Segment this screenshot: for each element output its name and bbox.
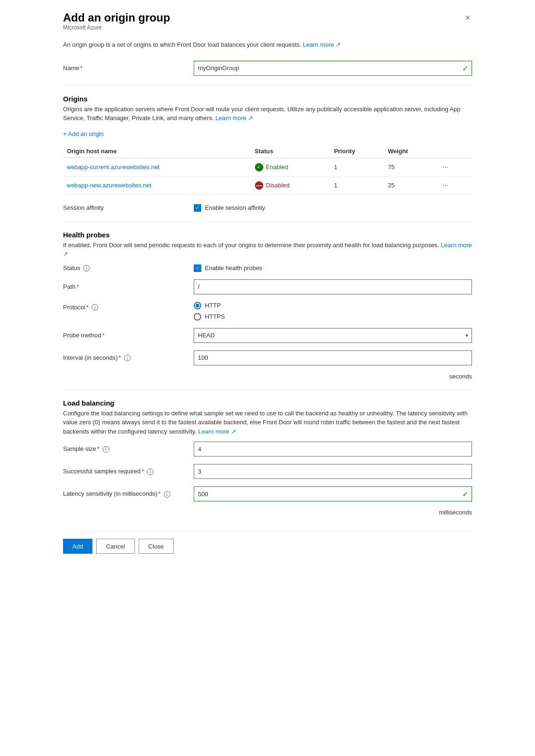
interval-input[interactable]: [194, 350, 472, 365]
origin-ellipsis-button[interactable]: ···: [439, 162, 451, 172]
name-field-row: Name* ✓: [63, 61, 472, 76]
health-probe-status-checkbox-label: Enable health probes: [205, 264, 262, 271]
latency-row: Latency sensitivity (in milliseconds)* i…: [63, 486, 472, 501]
session-affinity-row: Session affinity ✓ Enable session affini…: [63, 204, 472, 212]
panel-learn-more-link[interactable]: Learn more ↗: [303, 41, 341, 48]
origin-ellipsis-button[interactable]: ···: [439, 180, 451, 191]
origins-learn-more-link[interactable]: Learn more ↗: [215, 114, 253, 121]
health-probe-status-checkbox[interactable]: ✓: [194, 264, 201, 272]
health-probe-status-label: Status i: [63, 264, 194, 272]
interval-row: Interval (in seconds)* i: [63, 350, 472, 365]
col-host: Origin host name: [63, 145, 251, 158]
name-valid-icon: ✓: [462, 64, 468, 72]
successful-samples-input[interactable]: [194, 464, 472, 479]
latency-input[interactable]: [194, 486, 472, 501]
sample-size-row: Sample size* i: [63, 442, 472, 456]
probe-method-required-star: *: [102, 332, 105, 339]
origins-section: Origins Origins are the application serv…: [63, 95, 472, 195]
protocol-https-label: HTTPS: [205, 313, 225, 320]
health-probe-status-row: Status i ✓ Enable health probes: [63, 264, 472, 272]
footer-buttons: Add Cancel Close: [63, 531, 472, 554]
successful-samples-label: Successful samples required* i: [63, 468, 194, 475]
probe-method-label: Probe method*: [63, 332, 194, 339]
load-balancing-learn-more-link[interactable]: Learn more ↗: [198, 428, 236, 435]
origin-weight-cell: 75: [384, 158, 436, 177]
load-balancing-section: Load balancing Configure the load balanc…: [63, 399, 472, 516]
sample-size-input[interactable]: [194, 442, 472, 456]
load-balancing-description: Configure the load balancing settings to…: [63, 409, 472, 436]
disabled-icon: —: [255, 181, 263, 190]
interval-unit-text: seconds: [63, 373, 472, 380]
origin-actions-cell: ···: [436, 176, 472, 194]
health-probes-title: Health probes: [63, 231, 472, 239]
origin-status-cell: ✓Enabled: [251, 158, 331, 177]
origins-table: Origin host name Status Priority Weight …: [63, 145, 472, 195]
name-input[interactable]: [194, 61, 472, 76]
health-probe-status-info-icon[interactable]: i: [83, 265, 90, 271]
origin-actions-cell: ···: [436, 158, 472, 177]
health-probes-description: If enabled, Front Door will send periodi…: [63, 241, 472, 259]
latency-valid-icon: ✓: [462, 490, 468, 499]
successful-samples-required-star: *: [141, 468, 144, 475]
enabled-icon: ✓: [255, 163, 263, 171]
origin-status-label: Disabled: [266, 182, 290, 189]
origin-status-badge: —Disabled: [255, 181, 327, 190]
origin-weight-cell: 25: [384, 176, 436, 194]
latency-label: Latency sensitivity (in milliseconds)* i: [63, 490, 194, 498]
origin-host-cell: webapp-new.azurewebsites.net: [63, 176, 251, 194]
health-probe-protocol-label: Protocol* i: [63, 302, 194, 311]
col-actions: [436, 145, 472, 158]
successful-samples-info-icon[interactable]: i: [147, 469, 154, 475]
probe-method-row: Probe method* HEAD GET ▾: [63, 328, 472, 343]
health-probe-protocol-group: HTTP HTTPS: [194, 302, 225, 321]
sample-size-label: Sample size* i: [63, 445, 194, 453]
origin-priority-cell: 1: [330, 158, 384, 177]
interval-info-icon[interactable]: i: [124, 355, 131, 361]
panel-title: Add an origin group: [63, 11, 170, 24]
col-priority: Priority: [330, 145, 384, 158]
session-affinity-label: Session affinity: [63, 204, 194, 211]
add-origin-button[interactable]: + Add an origin: [63, 128, 104, 139]
origin-status-badge: ✓Enabled: [255, 163, 327, 171]
origin-host-link[interactable]: webapp-new.azurewebsites.net: [67, 182, 151, 189]
protocol-http-radio[interactable]: [194, 302, 201, 309]
session-affinity-checkbox-label: Enable session affinity: [205, 204, 265, 211]
latency-info-icon[interactable]: i: [164, 491, 170, 498]
name-required-star: *: [80, 64, 83, 71]
name-label: Name*: [63, 64, 194, 71]
col-status: Status: [251, 145, 331, 158]
origin-host-cell: webapp-current.azurewebsites.net: [63, 158, 251, 177]
interval-required-star: *: [119, 354, 121, 361]
health-probe-path-input[interactable]: [194, 279, 472, 294]
origins-title: Origins: [63, 95, 472, 103]
health-probe-protocol-row: Protocol* i HTTP HTTPS: [63, 302, 472, 321]
latency-input-wrapper: ✓: [194, 486, 472, 501]
sample-size-info-icon[interactable]: i: [103, 446, 109, 453]
interval-label: Interval (in seconds)* i: [63, 354, 194, 362]
health-probe-path-row: Path*: [63, 279, 472, 294]
health-probe-protocol-info-icon[interactable]: i: [92, 304, 98, 311]
health-probes-section: Health probes If enabled, Front Door wil…: [63, 231, 472, 380]
table-row: webapp-new.azurewebsites.net—Disabled125…: [63, 176, 472, 194]
probe-method-select[interactable]: HEAD GET: [194, 328, 472, 343]
probe-method-select-wrapper: HEAD GET ▾: [194, 328, 472, 343]
name-input-wrapper: ✓: [194, 61, 472, 76]
close-icon-button[interactable]: ×: [463, 11, 472, 25]
origin-host-link[interactable]: webapp-current.azurewebsites.net: [67, 164, 160, 171]
cancel-button[interactable]: Cancel: [96, 539, 134, 554]
load-balancing-title: Load balancing: [63, 399, 472, 407]
protocol-http-label: HTTP: [205, 302, 221, 309]
protocol-https-radio[interactable]: [194, 313, 201, 321]
add-button[interactable]: Add: [63, 539, 92, 554]
protocol-https-row: HTTPS: [194, 313, 225, 321]
protocol-required-star: *: [86, 304, 89, 311]
footer-close-button[interactable]: Close: [139, 539, 174, 554]
session-affinity-checkbox[interactable]: ✓: [194, 204, 201, 212]
origin-priority-cell: 1: [330, 176, 384, 194]
session-affinity-checkbox-row: ✓ Enable session affinity: [194, 204, 265, 212]
health-probe-path-label: Path*: [63, 283, 194, 290]
origin-status-label: Enabled: [266, 164, 289, 171]
path-required-star: *: [77, 283, 79, 290]
protocol-http-row: HTTP: [194, 302, 225, 309]
col-weight: Weight: [384, 145, 436, 158]
